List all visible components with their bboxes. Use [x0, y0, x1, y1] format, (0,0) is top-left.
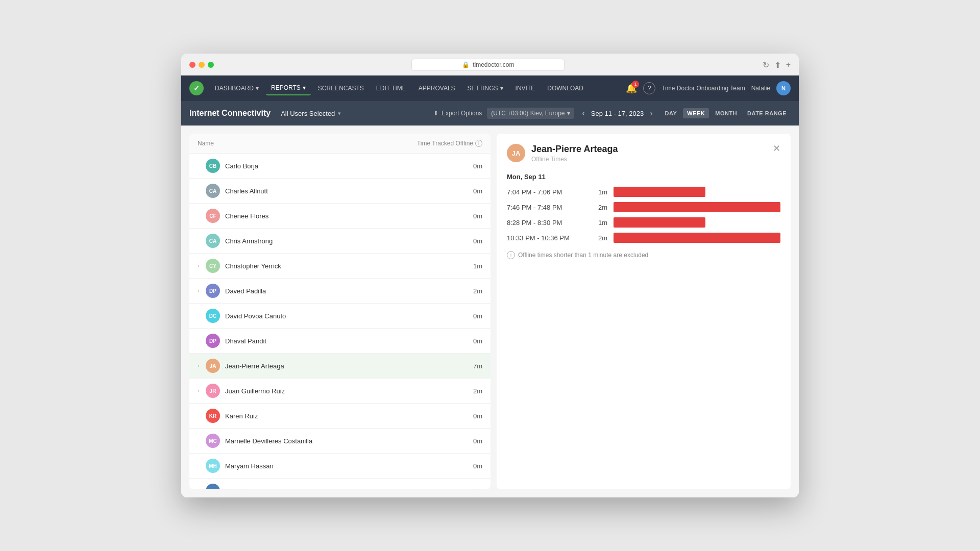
notification-button[interactable]: 🔔 1: [626, 83, 637, 94]
user-avatar[interactable]: N: [776, 81, 791, 95]
table-row[interactable]: › JA Jean-Pierre Arteaga 7m: [189, 354, 491, 379]
date-section: Mon, Sep 11 7:04 PM - 7:06 PM 1m 7:46 PM…: [507, 173, 780, 243]
time-entry: 7:46 PM - 7:48 PM 2m: [507, 202, 780, 212]
row-time: 0m: [467, 162, 482, 170]
table-row[interactable]: CA Charles Allnutt 0m: [189, 179, 491, 204]
expand-icon: ›: [198, 288, 206, 294]
row-avatar: JR: [206, 384, 220, 398]
row-avatar: MH: [206, 459, 220, 473]
table-header: Name Time Tracked Offline i: [189, 134, 491, 154]
row-avatar: DC: [206, 309, 220, 323]
time-range: 7:04 PM - 7:06 PM: [507, 188, 589, 196]
chevron-down-icon: ▾: [256, 85, 259, 92]
nav-right: 🔔 1 ? Time Doctor Onboarding Team Natali…: [626, 81, 791, 95]
user-filter-label: All Users Selected: [281, 110, 335, 117]
user-name: Natalie: [751, 85, 770, 92]
minimize-window-button[interactable]: [199, 62, 205, 68]
help-button[interactable]: ?: [643, 82, 655, 94]
table-row[interactable]: › JR Juan Guillermo Ruiz 2m: [189, 379, 491, 404]
table-row[interactable]: DP Dhaval Pandit 0m: [189, 329, 491, 354]
time-entry: 8:28 PM - 8:30 PM 1m: [507, 217, 780, 228]
time-bar: [614, 202, 780, 212]
tab-date-range[interactable]: DATE RANGE: [743, 108, 791, 118]
top-nav: ✓ DASHBOARD ▾ REPORTS ▾ SCREENCASTS EDIT…: [181, 76, 799, 101]
nav-item-settings[interactable]: SETTINGS ▾: [462, 82, 508, 95]
table-row[interactable]: CB Carlo Borja 0m: [189, 154, 491, 179]
user-filter-dropdown[interactable]: All Users Selected ▾: [281, 110, 341, 117]
detail-avatar: JA: [507, 144, 525, 162]
expand-icon: ›: [198, 388, 206, 394]
refresh-button[interactable]: ↻: [763, 60, 769, 70]
detail-subtitle: Offline Times: [531, 156, 618, 163]
table-body: CB Carlo Borja 0m CA Charles Allnutt 0m …: [189, 154, 491, 489]
col-name-header: Name: [198, 140, 417, 147]
table-row[interactable]: MC Marnelle Devilleres Costanilla 0m: [189, 429, 491, 454]
row-time: 0m: [467, 487, 482, 490]
table-row[interactable]: MH Maryam Hassan 0m: [189, 454, 491, 479]
expand-icon: ›: [198, 363, 206, 369]
tab-week[interactable]: WEEK: [683, 108, 709, 118]
row-avatar: CA: [206, 184, 220, 198]
table-row[interactable]: KR Karen Ruiz 0m: [189, 404, 491, 429]
nav-item-approvals[interactable]: APPROVALS: [413, 82, 460, 95]
row-time: 0m: [467, 337, 482, 345]
logo[interactable]: ✓: [189, 81, 204, 95]
row-name: David Povoa Canuto: [225, 312, 467, 320]
row-time: 0m: [467, 187, 482, 195]
row-name: Dhaval Pandit: [225, 337, 467, 345]
date-navigation: ‹ Sep 11 - 17, 2023 ›: [579, 108, 656, 119]
share-button[interactable]: ⬆: [774, 60, 781, 70]
expand-icon: ›: [198, 263, 206, 269]
time-duration: 2m: [595, 204, 607, 211]
detail-panel: JA Jean-Pierre Arteaga Offline Times ✕ M…: [497, 134, 791, 489]
nav-item-screencasts[interactable]: SCREENCASTS: [313, 82, 369, 95]
prev-date-button[interactable]: ‹: [579, 108, 588, 119]
left-panel: Name Time Tracked Offline i CB Carlo Bor…: [189, 134, 491, 489]
time-bar-container: [614, 217, 780, 228]
row-avatar: DP: [206, 334, 220, 348]
tab-month[interactable]: MONTH: [711, 108, 741, 118]
time-range: 10:33 PM - 10:36 PM: [507, 234, 589, 242]
table-row[interactable]: MK Mick Kitor 0m: [189, 479, 491, 489]
timezone-select[interactable]: (UTC +03:00) Kiev, Europe ▾: [487, 108, 574, 119]
close-window-button[interactable]: [189, 62, 195, 68]
row-name: Charles Allnutt: [225, 187, 467, 195]
app: ✓ DASHBOARD ▾ REPORTS ▾ SCREENCASTS EDIT…: [181, 76, 799, 497]
nav-item-edit-time[interactable]: EDIT TIME: [371, 82, 411, 95]
time-entry: 7:04 PM - 7:06 PM 1m: [507, 187, 780, 197]
next-date-button[interactable]: ›: [647, 108, 655, 119]
new-tab-button[interactable]: +: [786, 60, 791, 70]
tab-day[interactable]: DAY: [661, 108, 681, 118]
row-time: 0m: [467, 412, 482, 420]
timezone-label: (UTC +03:00) Kiev, Europe: [491, 110, 565, 117]
chevron-down-icon: ▾: [500, 85, 503, 92]
traffic-lights: [189, 62, 214, 68]
row-avatar: JA: [206, 359, 220, 373]
notification-badge: 1: [632, 81, 639, 88]
detail-info: Jean-Pierre Arteaga Offline Times: [531, 144, 618, 163]
table-row[interactable]: CF Chenee Flores 0m: [189, 204, 491, 229]
footer-note-text: Offline times shorter than 1 minute are …: [518, 252, 648, 259]
table-row[interactable]: DC David Povoa Canuto 0m: [189, 304, 491, 329]
logo-icon: ✓: [189, 81, 204, 95]
address-bar[interactable]: 🔒 timedoctor.com: [411, 59, 565, 71]
nav-item-dashboard[interactable]: DASHBOARD ▾: [210, 82, 264, 95]
row-time: 0m: [467, 237, 482, 245]
row-time: 2m: [467, 387, 482, 395]
table-row[interactable]: › DP Daved Padilla 2m: [189, 279, 491, 304]
date-range-label: Sep 11 - 17, 2023: [591, 110, 644, 117]
time-bar: [614, 217, 705, 228]
table-row[interactable]: CA Chris Armstrong 0m: [189, 229, 491, 254]
row-time: 0m: [467, 312, 482, 320]
nav-item-download[interactable]: DOWNLOAD: [542, 82, 589, 95]
detail-name: Jean-Pierre Arteaga: [531, 144, 618, 155]
nav-item-invite[interactable]: INVITE: [510, 82, 541, 95]
nav-item-reports[interactable]: REPORTS ▾: [266, 81, 311, 95]
lock-icon: 🔒: [462, 61, 470, 68]
time-range: 8:28 PM - 8:30 PM: [507, 219, 589, 227]
maximize-window-button[interactable]: [208, 62, 214, 68]
export-options-button[interactable]: ⬆ Export Options: [433, 110, 482, 117]
table-row[interactable]: › CY Christopher Yerrick 1m: [189, 254, 491, 279]
info-icon[interactable]: i: [475, 140, 482, 147]
close-button[interactable]: ✕: [773, 144, 780, 153]
